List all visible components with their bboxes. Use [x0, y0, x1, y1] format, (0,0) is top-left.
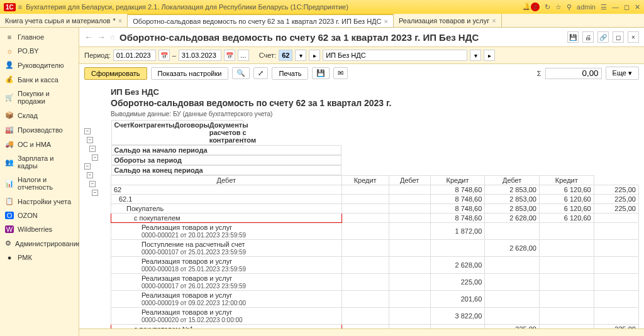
sidebar-item[interactable]: OOZON [0, 209, 79, 222]
find-icon[interactable]: 🔍 [232, 67, 250, 79]
sidebar-label: Зарплата и кадры [18, 154, 74, 170]
tab-turnover-balance[interactable]: Оборотно-сальдовая ведомость по счету 62… [128, 14, 394, 27]
tree-toggle-icon[interactable]: − [89, 181, 96, 187]
tab-close-icon[interactable]: × [384, 18, 387, 25]
date-from-input[interactable] [113, 50, 156, 61]
org-dropdown-icon[interactable]: ▾ [470, 50, 481, 61]
sidebar-label: OZON [18, 212, 38, 219]
table-row[interactable]: 62.18 748,602 853,006 120,60225,00 [111, 195, 639, 204]
email-icon[interactable]: ✉ [333, 67, 348, 79]
org-open-icon[interactable]: ▸ [484, 50, 495, 61]
search-icon[interactable]: ⚲ [567, 3, 572, 11]
generate-button[interactable]: Сформировать [84, 67, 147, 80]
sidebar-item[interactable]: 📦Склад [0, 108, 79, 122]
sidebar-label: ОС и НМА [18, 141, 51, 148]
sidebar-item[interactable]: 👥Зарплата и кадры [0, 151, 79, 173]
organization-input[interactable] [323, 50, 467, 61]
action-bar: Сформировать Показать настройки 🔍 ⤢ Печа… [79, 64, 644, 82]
sidebar-icon: 👥 [5, 158, 14, 166]
sidebar-item[interactable]: 📊Налоги и отчетность [0, 173, 79, 194]
close-page-icon[interactable]: × [628, 31, 639, 43]
document-tabs: Книга учета сырья и материалов*× Оборотн… [0, 14, 644, 28]
sidebar-label: Склад [18, 112, 38, 119]
calendar-from-icon[interactable]: 📅 [158, 50, 170, 61]
table-row[interactable]: Реализация товаров и услуг0000-000018 от… [111, 257, 639, 274]
table-row[interactable]: с покупателем8 748,602 628,006 120,60 [111, 214, 639, 223]
sidebar-item[interactable]: ≡Главное [0, 30, 79, 44]
table-row[interactable]: Реализация товаров и услуг0000-000019 от… [111, 291, 639, 308]
sidebar-label: PO.BY [18, 47, 39, 55]
sidebar-item[interactable]: 💰Банк и касса [0, 72, 79, 87]
table-row[interactable]: 628 748,602 853,006 120,60225,00 [111, 185, 639, 195]
sum-value [545, 68, 602, 79]
table-row[interactable]: Реализация товаров и услуг0000-000017 от… [111, 274, 639, 291]
sidebar-label: Производство [18, 126, 63, 134]
print-icon[interactable]: 🖨 [582, 31, 594, 43]
maximize-icon[interactable]: ◻ [624, 3, 630, 11]
tree-toggle-icon[interactable]: − [87, 137, 93, 143]
sidebar-icon: ≡ [5, 33, 14, 41]
sidebar-item[interactable]: 📋Настройки учета [0, 194, 79, 209]
show-settings-button[interactable]: Показать настройки [151, 67, 229, 80]
tree-toggle-icon[interactable]: − [89, 146, 96, 152]
sidebar-item[interactable]: 🏭Производство [0, 122, 79, 137]
tab-sales[interactable]: Реализация товаров и услуг× [394, 14, 502, 27]
sidebar-item[interactable]: 👤Руководителю [0, 58, 79, 72]
report-note: Выводимые данные: БУ (данные бухгалтерск… [111, 111, 639, 117]
account-label: Счет: [259, 51, 276, 59]
calendar-to-icon[interactable]: 📅 [224, 50, 235, 61]
sidebar-item[interactable]: 🚚ОС и НМА [0, 137, 79, 151]
tree-toggle-icon[interactable]: − [84, 128, 91, 134]
expand-icon[interactable]: ⤢ [253, 67, 268, 79]
user-label[interactable]: admin [577, 3, 596, 11]
report-table: Счет Контрагенты Договоры Документы расч… [111, 120, 639, 328]
account-open-icon[interactable]: ▸ [309, 50, 320, 61]
sidebar-icon: 🚚 [5, 140, 14, 148]
link-icon[interactable]: 🔗 [597, 31, 609, 43]
more-button[interactable]: Еще ▾ [606, 67, 639, 80]
print-button[interactable]: Печать [272, 67, 308, 80]
period-picker-icon[interactable]: … [238, 50, 249, 61]
table-row[interactable]: Реализация товаров и услуг0000-000021 от… [111, 223, 639, 240]
tree-toggle-icon[interactable]: − [84, 163, 91, 170]
sidebar-item[interactable]: WWildberries [0, 222, 79, 236]
report-org-title: ИП Без НДС [111, 87, 639, 97]
notifications-icon[interactable]: 🔔2 [522, 3, 540, 11]
nav-back-icon[interactable]: ← [84, 32, 93, 42]
minimize-icon[interactable]: — [612, 3, 619, 11]
sidebar-item[interactable]: ●РМК [0, 251, 79, 264]
sidebar-icon: ● [5, 254, 14, 261]
table-row[interactable]: Реализация товаров и услуг0000-000020 от… [111, 308, 639, 325]
tab-materials-book[interactable]: Книга учета сырья и материалов*× [0, 14, 128, 27]
tree-toggle-icon[interactable]: − [87, 172, 93, 178]
tab-close-icon[interactable]: × [118, 17, 122, 24]
favorite-icon[interactable]: ☆ [555, 3, 562, 11]
sidebar-label: Банк и касса [18, 76, 58, 84]
sidebar-label: Администрирование [15, 240, 81, 247]
sum-icon: Σ [537, 70, 541, 77]
date-dash: – [172, 51, 176, 59]
save-report-icon[interactable]: 💾 [312, 67, 330, 79]
window-icon[interactable]: ◻ [613, 31, 624, 43]
save-icon[interactable]: 💾 [567, 31, 579, 43]
menu-icon[interactable]: ≡ [18, 3, 22, 11]
sidebar-item[interactable]: ⚙Администрирование [0, 236, 79, 251]
sidebar-item[interactable]: ☼PO.BY [0, 44, 79, 58]
tab-close-icon[interactable]: × [492, 17, 496, 24]
tree-toggle-icon[interactable]: − [92, 154, 98, 161]
nav-forward-icon[interactable]: → [97, 32, 106, 42]
date-to-input[interactable] [179, 50, 221, 61]
titlebar: 1С ≡ Бухгалтерия для Беларуси, редакция … [0, 0, 644, 14]
table-row[interactable]: с покупателем №1225,00225,00 [111, 325, 639, 329]
sidebar-icon: ☼ [5, 47, 14, 55]
tree-toggle-icon[interactable]: − [92, 190, 98, 196]
help-icon[interactable]: ☰ [601, 3, 607, 11]
table-row[interactable]: Покупатель8 748,602 853,006 120,60225,00 [111, 204, 639, 214]
account-dropdown-icon[interactable]: ▾ [295, 50, 306, 61]
sidebar-item[interactable]: 🛒Покупки и продажи [0, 87, 79, 108]
favorite-toggle-icon[interactable]: ☆ [109, 33, 116, 41]
table-row[interactable]: Поступление на расчетный счет0000-000107… [111, 240, 639, 257]
close-icon[interactable]: ✕ [635, 3, 640, 11]
account-input[interactable] [279, 50, 292, 61]
history-icon[interactable]: ↻ [545, 3, 550, 11]
